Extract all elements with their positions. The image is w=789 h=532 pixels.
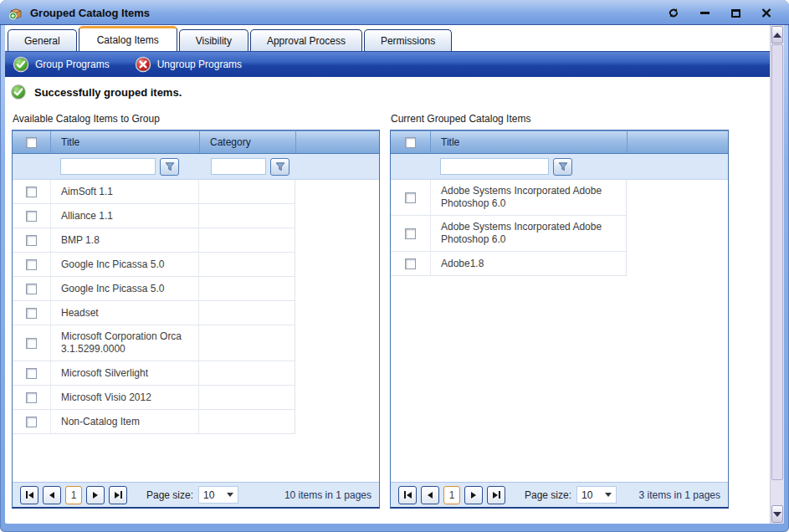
- row-category: [198, 253, 295, 276]
- row-checkbox[interactable]: [26, 211, 37, 222]
- title-filter-button[interactable]: [160, 158, 179, 176]
- last-page-button[interactable]: [487, 486, 505, 504]
- table-row: Alliance 1.1: [13, 204, 295, 228]
- minimize-icon[interactable]: [697, 7, 712, 20]
- vertical-scrollbar[interactable]: [770, 25, 784, 524]
- grouped-items-panel: Current Grouped Catalog Items Title: [390, 113, 729, 509]
- tab-label: Approval Process: [267, 35, 346, 47]
- current-page-button[interactable]: 1: [443, 486, 460, 504]
- row-title: Headset: [50, 301, 198, 325]
- tab-visibility[interactable]: Visibility: [179, 29, 248, 51]
- page-size-label: Page size:: [525, 489, 571, 501]
- pager: 1 Page size: 10 10 items in 1 pages: [13, 482, 379, 507]
- sync-icon[interactable]: [666, 7, 681, 20]
- row-category: [198, 204, 295, 228]
- row-checkbox[interactable]: [26, 259, 37, 270]
- table-row: Microsoft Visio 2012: [13, 386, 295, 410]
- previous-page-button[interactable]: [43, 486, 61, 504]
- status-message: Successfully grouped items.: [10, 84, 182, 100]
- funnel-icon: [275, 161, 285, 171]
- row-checkbox[interactable]: [26, 417, 37, 427]
- row-category: [198, 180, 295, 203]
- dialog-window: Grouped Catalog Items: [0, 0, 789, 532]
- column-header-category[interactable]: Category: [199, 131, 295, 153]
- pager-summary: 3 items in 1 pages: [639, 489, 720, 501]
- page-size-select[interactable]: 10: [576, 486, 617, 504]
- select-all-checkbox[interactable]: [26, 137, 37, 148]
- title-filter-button[interactable]: [553, 158, 572, 176]
- scrollbar-thumb[interactable]: [771, 44, 783, 480]
- filter-row: [13, 154, 379, 180]
- row-checkbox[interactable]: [26, 368, 37, 379]
- row-checkbox[interactable]: [26, 284, 37, 294]
- ungroup-programs-button[interactable]: Ungroup Programs: [135, 56, 242, 73]
- funnel-icon: [165, 161, 175, 171]
- tab-catalog-items[interactable]: Catalog Items: [79, 26, 177, 51]
- row-checkbox[interactable]: [405, 192, 416, 203]
- current-page-button[interactable]: 1: [65, 486, 82, 504]
- client-area: General Catalog Items Visibility Approva…: [5, 25, 784, 524]
- row-checkbox[interactable]: [26, 235, 37, 246]
- table-row: Adobe1.8: [391, 252, 626, 276]
- tab-general[interactable]: General: [8, 29, 77, 51]
- package-add-icon: [8, 7, 23, 20]
- close-icon[interactable]: [759, 7, 774, 20]
- title-filter-input[interactable]: [60, 158, 156, 175]
- panel-title: Available Catalog Items to Group: [12, 113, 380, 130]
- page-size-value: 10: [203, 489, 214, 501]
- previous-page-button[interactable]: [421, 486, 439, 504]
- available-items-grid: Title Category: [12, 130, 380, 509]
- next-page-button[interactable]: [464, 486, 483, 504]
- tab-approval-process[interactable]: Approval Process: [250, 29, 362, 51]
- category-filter-input[interactable]: [211, 158, 266, 175]
- pager-summary: 10 items in 1 pages: [284, 489, 371, 501]
- row-title: Microsoft Corporation Orca 3.1.5299.0000: [50, 325, 198, 361]
- grid-header: Title Category: [13, 130, 379, 154]
- page-size-value: 10: [582, 489, 592, 501]
- button-label: Group Programs: [35, 59, 110, 70]
- first-page-button[interactable]: [398, 486, 417, 504]
- row-title: Google Inc Picassa 5.0: [50, 277, 198, 300]
- table-row: Non-Catalog Item: [13, 410, 295, 434]
- row-category: [198, 228, 295, 252]
- green-check-circle-icon: [10, 84, 27, 100]
- filter-row: [391, 154, 728, 180]
- next-page-button[interactable]: [86, 486, 105, 504]
- table-row: Headset: [13, 301, 295, 325]
- scroll-up-icon[interactable]: [771, 26, 783, 43]
- column-header-title[interactable]: Title: [430, 131, 627, 153]
- select-all-checkbox[interactable]: [405, 137, 416, 148]
- table-row: Adobe Systems Incorporated Adobe Photosh…: [391, 216, 626, 252]
- row-checkbox[interactable]: [26, 392, 37, 403]
- tab-label: Visibility: [196, 35, 232, 47]
- last-page-button[interactable]: [109, 486, 127, 504]
- page-size-select[interactable]: 10: [198, 486, 238, 504]
- scroll-down-icon[interactable]: [771, 505, 783, 523]
- row-category: [198, 325, 295, 361]
- maximize-icon[interactable]: [728, 7, 743, 20]
- row-checkbox[interactable]: [405, 258, 416, 269]
- tab-label: Permissions: [381, 35, 435, 47]
- table-row: Microsoft Silverlight: [13, 361, 295, 386]
- title-bar[interactable]: Grouped Catalog Items: [0, 0, 789, 25]
- status-text: Successfully grouped items.: [34, 86, 182, 99]
- green-check-circle-icon: [13, 56, 29, 73]
- table-row: Google Inc Picassa 5.0: [13, 253, 295, 277]
- row-checkbox[interactable]: [405, 228, 416, 239]
- row-title: Microsoft Visio 2012: [50, 386, 198, 409]
- pager: 1 Page size: 10 3 items in 1 pages: [391, 482, 728, 507]
- row-checkbox[interactable]: [26, 308, 37, 319]
- group-programs-button[interactable]: Group Programs: [13, 56, 110, 73]
- row-title: AimSoft 1.1: [50, 180, 198, 203]
- row-checkbox[interactable]: [26, 187, 37, 197]
- tab-permissions[interactable]: Permissions: [364, 29, 452, 51]
- category-filter-button[interactable]: [270, 158, 289, 176]
- row-title: Alliance 1.1: [50, 204, 198, 228]
- row-checkbox[interactable]: [26, 338, 37, 349]
- column-header-title[interactable]: Title: [50, 131, 199, 153]
- table-row: Adobe Systems Incorporated Adobe Photosh…: [391, 180, 626, 216]
- title-filter-input[interactable]: [440, 158, 549, 175]
- table-row: Microsoft Corporation Orca 3.1.5299.0000: [13, 325, 295, 361]
- chevron-down-icon: [227, 493, 233, 497]
- first-page-button[interactable]: [20, 486, 38, 504]
